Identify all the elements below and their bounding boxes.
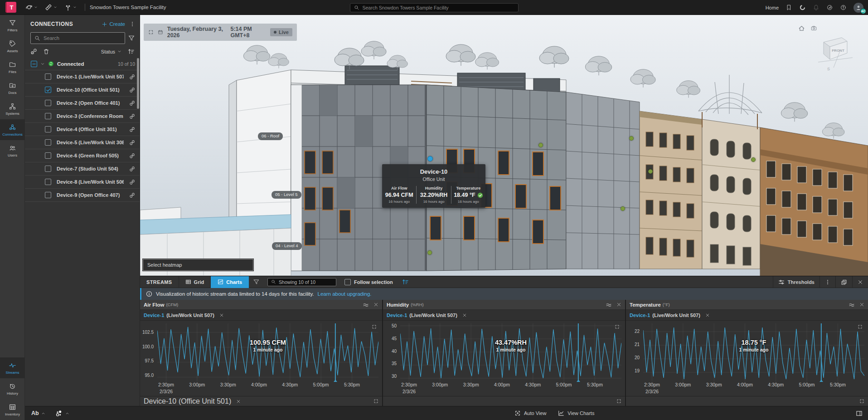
- link-icon[interactable]: [129, 153, 135, 159]
- device-checkbox[interactable]: [45, 166, 51, 172]
- sidebar-item-filters[interactable]: Filters: [0, 15, 25, 36]
- global-search-input[interactable]: [363, 5, 514, 10]
- auto-view-button[interactable]: Auto View: [514, 410, 546, 416]
- link-icon[interactable]: [129, 166, 135, 172]
- smoothing-icon[interactable]: [606, 302, 612, 308]
- device-checkbox[interactable]: [45, 152, 51, 159]
- panel-menu-button[interactable]: [130, 21, 135, 27]
- sidebar-item-inventory[interactable]: Inventory: [0, 399, 25, 420]
- chart-device-name[interactable]: Device-1: [630, 313, 650, 318]
- device-row[interactable]: Device-5 (Live/Work Unit 308): [25, 136, 140, 149]
- link-icon[interactable]: [129, 87, 135, 93]
- global-search[interactable]: [350, 3, 519, 12]
- labels-toggle[interactable]: Ab: [31, 410, 45, 416]
- chart-expand-button[interactable]: [616, 399, 621, 404]
- follow-selection-checkbox[interactable]: [344, 279, 351, 285]
- sidebar-item-assets[interactable]: Assets: [0, 36, 25, 57]
- chart-expand-button[interactable]: [373, 399, 378, 404]
- tab-grid[interactable]: Grid: [179, 276, 211, 288]
- device-row[interactable]: Device-8 (Live/Work Unit 506): [25, 176, 140, 189]
- unlink-icon[interactable]: [30, 48, 37, 55]
- banner-upgrade-link[interactable]: Learn about upgrading.: [318, 291, 372, 297]
- thresholds-button[interactable]: Thresholds: [773, 276, 820, 288]
- connected-group-row[interactable]: Connected 10 of 10: [25, 58, 140, 70]
- status-dropdown[interactable]: Status: [101, 49, 121, 54]
- home-view-icon[interactable]: [798, 25, 805, 32]
- streams-popout-button[interactable]: [835, 276, 852, 288]
- chart-expand-button[interactable]: [615, 324, 620, 329]
- remove-device-button[interactable]: [462, 313, 467, 317]
- device-row[interactable]: Device-10 (Office Unit 501): [25, 83, 140, 97]
- device-checkbox[interactable]: [45, 87, 51, 93]
- device-row[interactable]: Device-1 (Live/Work Unit 507): [25, 70, 140, 83]
- device-checkbox[interactable]: [45, 192, 51, 198]
- streams-filter-button[interactable]: [249, 276, 264, 288]
- plot-area[interactable]: 100.95 CFM 1 minute ago: [157, 323, 378, 382]
- view-cube[interactable]: FRONT S: [814, 31, 857, 73]
- panel-toggle-button[interactable]: [856, 410, 863, 417]
- usage-donut-icon[interactable]: [799, 4, 806, 11]
- filter-icon[interactable]: [128, 34, 135, 42]
- streams-close-button[interactable]: [852, 276, 868, 288]
- tandem-logo[interactable]: T: [5, 2, 16, 13]
- device-checkbox[interactable]: [45, 73, 51, 80]
- camera-icon[interactable]: [810, 25, 817, 32]
- chart-device2-name[interactable]: Device-10: [144, 397, 176, 405]
- chart-device-row[interactable]: Device-1 (Live/Work Unit 507): [140, 310, 382, 321]
- chart-device-name[interactable]: Device-1: [387, 313, 407, 318]
- group-checkbox[interactable]: [31, 61, 37, 67]
- streams-search-input[interactable]: [279, 279, 333, 285]
- timeline-bar[interactable]: Tuesday, February 3, 2026 5:14 PM GMT+8 …: [144, 24, 297, 41]
- chart-device-name[interactable]: Device-1: [144, 313, 164, 318]
- chart-expand-button[interactable]: [858, 324, 863, 329]
- streams-search[interactable]: [267, 278, 336, 286]
- device-row[interactable]: Device-9 (Open Office 407): [25, 189, 140, 202]
- help-icon[interactable]: [840, 4, 847, 11]
- explore-icon[interactable]: [826, 4, 833, 11]
- orbit-tool-button[interactable]: [22, 0, 41, 15]
- remove-device-button[interactable]: [705, 313, 710, 317]
- link-icon[interactable]: [129, 100, 135, 106]
- measure-tool-button[interactable]: [41, 0, 61, 15]
- panel-search-input[interactable]: [44, 35, 121, 41]
- remove-device-button[interactable]: [236, 399, 241, 404]
- close-icon[interactable]: [616, 302, 621, 307]
- sensor-dot[interactable]: [427, 250, 432, 255]
- remove-device-button[interactable]: [219, 313, 224, 317]
- sensor-dot[interactable]: [648, 169, 653, 174]
- sidebar-item-history[interactable]: History: [0, 378, 25, 399]
- close-icon[interactable]: [373, 302, 378, 307]
- trash-icon[interactable]: [43, 48, 49, 55]
- viewport-3d[interactable]: Tuesday, February 3, 2026 5:14 PM GMT+8 …: [140, 15, 868, 276]
- create-button[interactable]: Create: [102, 21, 125, 27]
- panel-search[interactable]: [30, 32, 125, 44]
- plot-area[interactable]: 18.75 °F 1 minute ago: [643, 323, 864, 382]
- device-checkbox[interactable]: [45, 179, 51, 185]
- device-checkbox[interactable]: [45, 139, 51, 146]
- panel-scrollbar[interactable]: [137, 58, 139, 109]
- device-checkbox[interactable]: [45, 126, 51, 132]
- device-row[interactable]: Device-2 (Open Office 401): [25, 97, 140, 110]
- link-icon[interactable]: [129, 192, 135, 198]
- sidebar-item-users[interactable]: Users: [0, 140, 25, 161]
- heatmap-dots-toggle[interactable]: [55, 410, 69, 417]
- follow-selection-toggle[interactable]: Follow selection: [340, 279, 398, 285]
- device-row[interactable]: Device-4 (Office Unit 301): [25, 123, 140, 136]
- sidebar-item-systems[interactable]: Systems: [0, 98, 25, 119]
- bookmark-icon[interactable]: [786, 4, 792, 11]
- live-toggle[interactable]: Live: [270, 28, 292, 36]
- sidebar-item-files[interactable]: Files: [0, 57, 25, 78]
- sidebar-item-connections[interactable]: Connections: [0, 119, 25, 140]
- home-button[interactable]: Home: [766, 5, 779, 10]
- chart-expand-button[interactable]: [372, 324, 377, 329]
- streams-menu-button[interactable]: [820, 276, 835, 288]
- chart-device-row[interactable]: Device-1 (Live/Work Unit 507): [383, 310, 625, 321]
- link-icon[interactable]: [129, 179, 135, 185]
- device-row[interactable]: Device-6 (Green Roof 505): [25, 149, 140, 162]
- sensor-dot[interactable]: [751, 157, 756, 162]
- link-icon[interactable]: [129, 140, 135, 146]
- sidebar-item-streams[interactable]: Streams: [0, 357, 25, 378]
- notifications-bell-icon[interactable]: [813, 4, 820, 11]
- sensor-dot[interactable]: [629, 136, 634, 141]
- smoothing-icon[interactable]: [363, 302, 369, 308]
